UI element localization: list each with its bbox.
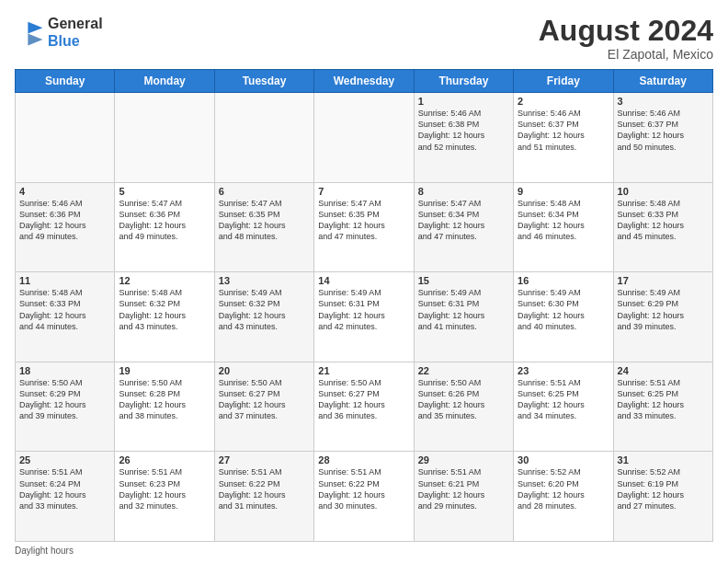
calendar-day: 15Sunrise: 5:49 AM Sunset: 6:31 PM Dayli… — [414, 272, 513, 362]
day-number: 5 — [119, 186, 210, 197]
calendar-day: 23Sunrise: 5:51 AM Sunset: 6:25 PM Dayli… — [514, 362, 613, 452]
calendar-day: 12Sunrise: 5:48 AM Sunset: 6:32 PM Dayli… — [115, 272, 214, 362]
day-number: 7 — [318, 186, 409, 197]
day-number: 15 — [418, 275, 509, 286]
calendar-day: 14Sunrise: 5:49 AM Sunset: 6:31 PM Dayli… — [314, 272, 414, 362]
col-header-monday: Monday — [115, 70, 214, 93]
day-number: 29 — [418, 454, 509, 465]
calendar-day: 4Sunrise: 5:46 AM Sunset: 6:36 PM Daylig… — [16, 182, 115, 272]
calendar-day: 20Sunrise: 5:50 AM Sunset: 6:27 PM Dayli… — [214, 362, 313, 452]
day-info: Sunrise: 5:47 AM Sunset: 6:34 PM Dayligh… — [418, 198, 509, 243]
calendar-day: 9Sunrise: 5:48 AM Sunset: 6:34 PM Daylig… — [514, 182, 613, 272]
day-number: 26 — [119, 454, 210, 465]
calendar-day — [115, 93, 214, 183]
day-info: Sunrise: 5:52 AM Sunset: 6:19 PM Dayligh… — [618, 466, 709, 511]
calendar-day: 16Sunrise: 5:49 AM Sunset: 6:30 PM Dayli… — [514, 272, 613, 362]
calendar-day: 18Sunrise: 5:50 AM Sunset: 6:29 PM Dayli… — [16, 362, 115, 452]
day-number: 31 — [618, 454, 709, 465]
title-area: August 2024 El Zapotal, Mexico — [539, 15, 713, 62]
calendar-day: 1Sunrise: 5:46 AM Sunset: 6:38 PM Daylig… — [414, 93, 513, 183]
logo-area: General Blue — [15, 15, 103, 50]
day-info: Sunrise: 5:50 AM Sunset: 6:27 PM Dayligh… — [318, 377, 409, 422]
calendar-day: 3Sunrise: 5:46 AM Sunset: 6:37 PM Daylig… — [613, 93, 712, 183]
day-number: 1 — [418, 96, 509, 107]
day-number: 12 — [119, 275, 210, 286]
day-info: Sunrise: 5:46 AM Sunset: 6:38 PM Dayligh… — [418, 108, 509, 153]
calendar-week-1: 4Sunrise: 5:46 AM Sunset: 6:36 PM Daylig… — [16, 182, 713, 272]
location: El Zapotal, Mexico — [539, 47, 713, 62]
calendar-day: 2Sunrise: 5:46 AM Sunset: 6:37 PM Daylig… — [514, 93, 613, 183]
day-info: Sunrise: 5:49 AM Sunset: 6:29 PM Dayligh… — [618, 287, 709, 332]
day-info: Sunrise: 5:51 AM Sunset: 6:23 PM Dayligh… — [119, 466, 210, 511]
day-number: 27 — [219, 454, 310, 465]
calendar-day: 21Sunrise: 5:50 AM Sunset: 6:27 PM Dayli… — [314, 362, 414, 452]
calendar-day: 24Sunrise: 5:51 AM Sunset: 6:25 PM Dayli… — [613, 362, 712, 452]
col-header-thursday: Thursday — [414, 70, 513, 93]
calendar-day: 28Sunrise: 5:51 AM Sunset: 6:22 PM Dayli… — [314, 452, 414, 542]
day-number: 2 — [518, 96, 609, 107]
day-number: 13 — [219, 275, 310, 286]
day-info: Sunrise: 5:49 AM Sunset: 6:31 PM Dayligh… — [418, 287, 509, 332]
col-header-sunday: Sunday — [16, 70, 115, 93]
day-number: 24 — [618, 365, 709, 376]
calendar-day: 17Sunrise: 5:49 AM Sunset: 6:29 PM Dayli… — [613, 272, 712, 362]
day-number: 22 — [418, 365, 509, 376]
day-info: Sunrise: 5:49 AM Sunset: 6:31 PM Dayligh… — [318, 287, 409, 332]
svg-marker-0 — [28, 22, 42, 34]
day-info: Sunrise: 5:47 AM Sunset: 6:35 PM Dayligh… — [219, 198, 310, 243]
calendar-header-row: SundayMondayTuesdayWednesdayThursdayFrid… — [16, 70, 713, 93]
day-info: Sunrise: 5:50 AM Sunset: 6:28 PM Dayligh… — [119, 377, 210, 422]
col-header-friday: Friday — [514, 70, 613, 93]
day-number: 10 — [618, 186, 709, 197]
day-number: 11 — [19, 275, 110, 286]
page: General Blue August 2024 El Zapotal, Mex… — [0, 0, 728, 563]
col-header-tuesday: Tuesday — [214, 70, 313, 93]
day-info: Sunrise: 5:46 AM Sunset: 6:37 PM Dayligh… — [618, 108, 709, 153]
logo-general: General — [48, 15, 103, 32]
day-number: 30 — [518, 454, 609, 465]
calendar-day: 19Sunrise: 5:50 AM Sunset: 6:28 PM Dayli… — [115, 362, 214, 452]
day-number: 18 — [19, 365, 110, 376]
calendar-day: 8Sunrise: 5:47 AM Sunset: 6:34 PM Daylig… — [414, 182, 513, 272]
calendar-day: 10Sunrise: 5:48 AM Sunset: 6:33 PM Dayli… — [613, 182, 712, 272]
day-info: Sunrise: 5:51 AM Sunset: 6:21 PM Dayligh… — [418, 466, 509, 511]
calendar-day: 11Sunrise: 5:48 AM Sunset: 6:33 PM Dayli… — [16, 272, 115, 362]
calendar-day: 26Sunrise: 5:51 AM Sunset: 6:23 PM Dayli… — [115, 452, 214, 542]
calendar-table: SundayMondayTuesdayWednesdayThursdayFrid… — [15, 69, 713, 542]
calendar-day — [314, 93, 414, 183]
calendar-day: 30Sunrise: 5:52 AM Sunset: 6:20 PM Dayli… — [514, 452, 613, 542]
day-info: Sunrise: 5:48 AM Sunset: 6:33 PM Dayligh… — [19, 287, 110, 332]
calendar-week-0: 1Sunrise: 5:46 AM Sunset: 6:38 PM Daylig… — [16, 93, 713, 183]
col-header-saturday: Saturday — [613, 70, 712, 93]
logo-icon — [15, 17, 44, 47]
day-info: Sunrise: 5:51 AM Sunset: 6:25 PM Dayligh… — [618, 377, 709, 422]
day-number: 14 — [318, 275, 409, 286]
day-number: 19 — [119, 365, 210, 376]
day-number: 8 — [418, 186, 509, 197]
day-info: Sunrise: 5:52 AM Sunset: 6:20 PM Dayligh… — [518, 466, 609, 511]
day-info: Sunrise: 5:50 AM Sunset: 6:29 PM Dayligh… — [19, 377, 110, 422]
day-number: 21 — [318, 365, 409, 376]
calendar-week-2: 11Sunrise: 5:48 AM Sunset: 6:33 PM Dayli… — [16, 272, 713, 362]
day-number: 28 — [318, 454, 409, 465]
calendar-day: 22Sunrise: 5:50 AM Sunset: 6:26 PM Dayli… — [414, 362, 513, 452]
day-number: 25 — [19, 454, 110, 465]
calendar-week-3: 18Sunrise: 5:50 AM Sunset: 6:29 PM Dayli… — [16, 362, 713, 452]
day-info: Sunrise: 5:47 AM Sunset: 6:36 PM Dayligh… — [119, 198, 210, 243]
day-info: Sunrise: 5:50 AM Sunset: 6:26 PM Dayligh… — [418, 377, 509, 422]
day-info: Sunrise: 5:48 AM Sunset: 6:32 PM Dayligh… — [119, 287, 210, 332]
day-info: Sunrise: 5:50 AM Sunset: 6:27 PM Dayligh… — [219, 377, 310, 422]
calendar-day: 31Sunrise: 5:52 AM Sunset: 6:19 PM Dayli… — [613, 452, 712, 542]
day-info: Sunrise: 5:48 AM Sunset: 6:34 PM Dayligh… — [518, 198, 609, 243]
svg-marker-1 — [28, 34, 42, 46]
calendar-day — [16, 93, 115, 183]
day-info: Sunrise: 5:49 AM Sunset: 6:30 PM Dayligh… — [518, 287, 609, 332]
day-info: Sunrise: 5:46 AM Sunset: 6:37 PM Dayligh… — [518, 108, 609, 153]
month-title: August 2024 — [539, 15, 713, 47]
calendar-day: 25Sunrise: 5:51 AM Sunset: 6:24 PM Dayli… — [16, 452, 115, 542]
day-number: 20 — [219, 365, 310, 376]
day-number: 4 — [19, 186, 110, 197]
calendar-day: 5Sunrise: 5:47 AM Sunset: 6:36 PM Daylig… — [115, 182, 214, 272]
footer-note: Daylight hours — [15, 546, 713, 556]
logo-blue: Blue — [48, 32, 103, 50]
